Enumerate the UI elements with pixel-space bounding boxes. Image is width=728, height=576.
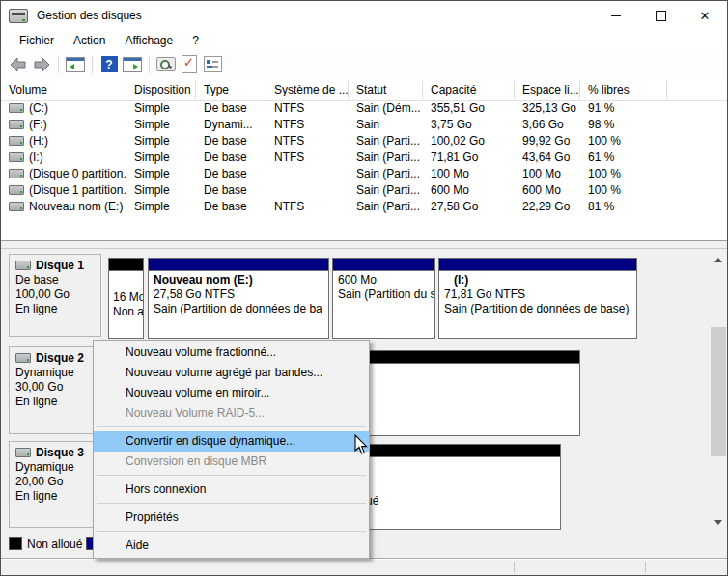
volume-icon <box>9 185 24 195</box>
menu-item-nouveau-volume-fractionne[interactable]: Nouveau volume fractionné... <box>94 343 369 363</box>
cell-capacite: 355,51 Go <box>423 100 515 117</box>
cell-filesystem: NTFS <box>266 100 349 117</box>
col-capacite[interactable]: Capacité <box>423 81 515 99</box>
cell-filesystem <box>266 166 349 182</box>
menu-affichage[interactable]: Affichage <box>116 32 182 50</box>
legend-unallocated-swatch <box>9 537 22 550</box>
block-size: 27,58 Go NTFS <box>154 288 328 302</box>
title-bar: Gestion des disques ✕ <box>1 1 727 30</box>
menu-item-hors-connexion[interactable]: Hors connexion <box>94 480 369 500</box>
vertical-scrollbar[interactable] <box>711 252 726 530</box>
check-document-icon: ✓ <box>182 55 197 73</box>
col-statut[interactable]: Statut <box>349 81 423 99</box>
disk-name: Disque 1 <box>36 259 84 272</box>
minimize-button[interactable] <box>594 1 638 30</box>
scroll-up-button[interactable] <box>711 252 726 267</box>
menu-action[interactable]: Action <box>65 32 114 50</box>
menu-help[interactable]: ? <box>183 32 208 50</box>
maximize-icon <box>656 11 666 21</box>
chevron-up-icon <box>714 258 722 262</box>
console-tree-icon <box>66 57 85 72</box>
cell-disposition: Simple <box>126 166 196 182</box>
status-divider <box>645 562 646 573</box>
back-button[interactable] <box>8 54 29 75</box>
disk-status: En ligne <box>15 395 100 409</box>
properties-list-button[interactable] <box>202 54 223 75</box>
disk-kind: Dynamique <box>15 366 100 380</box>
disk2-label[interactable]: Disque 2 Dynamique 30,00 Go En ligne <box>9 346 101 434</box>
scrollbar-thumb[interactable] <box>711 327 726 456</box>
block-status: Sain (Partition du s <box>338 288 434 302</box>
cell-espace: 600 Mo <box>515 182 580 199</box>
menu-item-nouveau-volume-miroir[interactable]: Nouveau volume en miroir... <box>94 383 369 403</box>
popup-tool-button[interactable] <box>155 54 177 75</box>
cell-type: Dynami... <box>196 117 266 133</box>
pane-splitter[interactable] <box>1 240 727 249</box>
cell-capacite: 27,58 Go <box>423 199 515 215</box>
primary-partition-strip <box>333 259 434 270</box>
table-row[interactable]: (I:) Simple De base NTFS Sain (Parti... … <box>1 150 727 166</box>
col-volume[interactable]: Volume <box>1 81 126 99</box>
menu-item-proprietes[interactable]: Propriétés <box>94 507 369 528</box>
disk-size: 20,00 Go <box>15 475 100 489</box>
disk-status: En ligne <box>15 489 100 504</box>
block-size: 600 Mo <box>338 273 434 288</box>
check-document-button[interactable]: ✓ <box>179 54 200 75</box>
forward-button[interactable] <box>31 54 52 75</box>
disk1-label[interactable]: Disque 1 De base 100,00 Go En ligne <box>9 254 101 337</box>
block-size: 16 Mo <box>113 290 143 305</box>
cell-filesystem: NTFS <box>266 150 349 166</box>
volume-icon <box>9 169 24 178</box>
menu-item-aide[interactable]: Aide <box>94 535 369 556</box>
cell-libres: 61 % <box>580 150 667 166</box>
menu-fichier[interactable]: Fichier <box>11 32 63 50</box>
menu-separator <box>97 475 366 476</box>
menu-item-nouveau-volume-raid5: Nouveau Volume RAID-5... <box>94 403 369 424</box>
console-tree-button[interactable] <box>65 54 86 75</box>
action-pane-button[interactable] <box>122 54 143 75</box>
cell-libres: 100 % <box>580 133 667 150</box>
menu-item-nouveau-volume-agrege[interactable]: Nouveau volume agrégé par bandes... <box>94 363 369 383</box>
close-button[interactable]: ✕ <box>683 1 727 30</box>
disk3-label[interactable]: Disque 3 Dynamique 20,00 Go En ligne <box>9 441 101 528</box>
table-row[interactable]: (C:) Simple De base NTFS Sain (Dém... 35… <box>1 100 727 117</box>
table-row[interactable]: Nouveau nom (E:) Simple De base NTFS Sai… <box>1 199 727 215</box>
cell-filesystem: NTFS <box>266 117 349 133</box>
col-empty <box>667 81 727 99</box>
mouse-cursor <box>354 434 369 458</box>
disk1-volume-i-block[interactable]: (I:) 71,81 Go NTFS Sain (Partition de do… <box>438 258 637 339</box>
col-espace[interactable]: Espace li... <box>515 81 580 99</box>
col-filesystem[interactable]: Système de ... <box>266 81 349 99</box>
disk1-volume-e-block[interactable]: Nouveau nom (E:) 27,58 Go NTFS Sain (Par… <box>148 258 329 339</box>
table-row[interactable]: (H:) Simple De base NTFS Sain (Parti... … <box>1 133 727 150</box>
cell-libres: 81 % <box>580 199 667 215</box>
maximize-button[interactable] <box>638 1 683 30</box>
table-row[interactable]: (F:) Simple Dynami... NTFS Sain 3,75 Go … <box>1 117 727 133</box>
col-disposition[interactable]: Disposition <box>126 81 196 99</box>
close-icon: ✕ <box>700 9 711 23</box>
table-row[interactable]: (Disque 1 partition... Simple De base Sa… <box>1 182 727 199</box>
cell-type: De base <box>196 150 266 166</box>
disk-icon <box>15 448 31 457</box>
action-pane-icon <box>123 57 142 72</box>
toolbar-separator <box>149 56 150 73</box>
forward-icon <box>32 57 51 72</box>
volume-icon <box>9 136 24 146</box>
disk1-efi-block[interactable]: 600 Mo Sain (Partition du s <box>332 258 435 339</box>
cell-espace: 3,66 Go <box>515 117 580 133</box>
col-type[interactable]: Type <box>196 81 266 99</box>
volume-name: (C:) <box>29 101 48 115</box>
table-row[interactable]: (Disque 0 partition... Simple De base Sa… <box>1 166 727 182</box>
disk1-unallocated-block[interactable]: 16 Mo Non a <box>108 258 144 339</box>
back-icon <box>9 57 28 72</box>
cell-statut: Sain (Parti... <box>349 199 423 215</box>
help-button[interactable]: ? <box>98 54 120 75</box>
cell-statut: Sain (Parti... <box>349 133 423 150</box>
cell-filesystem: NTFS <box>266 133 349 150</box>
scroll-down-button[interactable] <box>711 514 726 530</box>
context-menu: Nouveau volume fractionné... Nouveau vol… <box>93 340 370 559</box>
col-libres[interactable]: % libres <box>580 81 667 99</box>
menu-item-convertir-disque-dynamique[interactable]: Convertir en disque dynamique... <box>94 431 369 452</box>
disk-icon <box>15 353 31 363</box>
volume-name: (F:) <box>29 118 47 131</box>
